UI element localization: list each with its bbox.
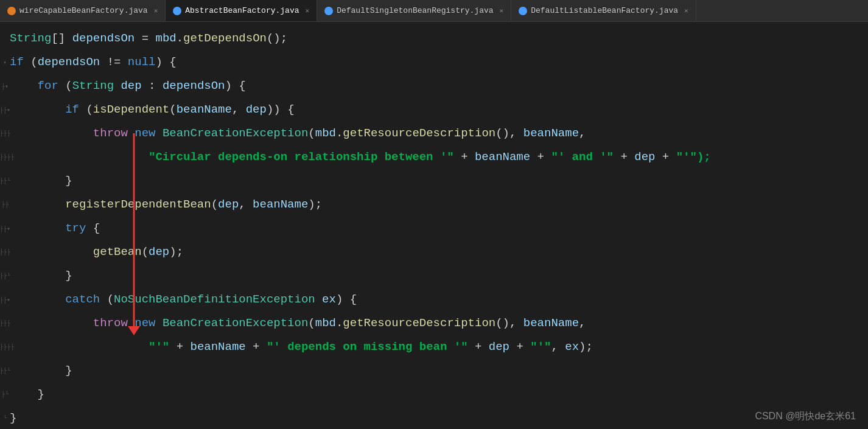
- code-line-6: ├├├├├ "Circular depends-on relationship …: [0, 145, 868, 169]
- tab-close-2[interactable]: ✕: [306, 7, 310, 15]
- code-line-5: ├├├ throw new BeanCreationException(mbd.…: [0, 122, 868, 145]
- code-area: String[] dependsOn = mbd.getDependsOn();…: [0, 22, 868, 429]
- code-text-6: "Circular depends-on relationship betwee…: [10, 145, 711, 169]
- fold-arrow-10: ├├├: [0, 248, 10, 257]
- code-line-12: ├├▾ catch (NoSuchBeanDefinitionException…: [0, 288, 868, 312]
- tab-icon-3: [324, 7, 333, 15]
- code-text-15: }: [10, 359, 72, 383]
- code-line-9: ├├▾ try {: [0, 217, 868, 240]
- tab-close-1[interactable]: ✕: [154, 7, 158, 15]
- code-line-11: ├├└ }: [0, 264, 868, 288]
- fold-arrow-11: ├├└: [0, 271, 10, 281]
- code-line-15: ├├└ }: [0, 359, 868, 383]
- code-text-16: }: [10, 383, 44, 406]
- gutter-7: ├├└: [0, 169, 10, 193]
- gutter-3: ├▾: [0, 74, 10, 98]
- fold-arrow-8: ├├: [0, 200, 10, 210]
- code-text-2: if (dependsOn != null) {: [10, 51, 177, 74]
- tab-defaultListable[interactable]: DefaultListableBeanFactory.java ✕: [511, 0, 696, 21]
- fold-arrow-14: ├├├├├: [0, 343, 10, 352]
- tab-icon-4: [519, 7, 527, 15]
- gutter-6: ├├├├├: [0, 145, 10, 169]
- gutter-10: ├├├: [0, 240, 10, 264]
- gutter-8: ├├: [0, 193, 10, 217]
- gutter-2: ▾: [0, 51, 10, 74]
- fold-arrow-15: ├├└: [0, 366, 10, 376]
- tab-wireCapable[interactable]: wireCapableBeanFactory.java ✕: [0, 0, 166, 21]
- code-line-13: ├├├ throw new BeanCreationException(mbd.…: [0, 312, 868, 335]
- fold-arrow-9: ├├▾: [0, 224, 10, 234]
- gutter-5: ├├├: [0, 122, 10, 145]
- gutter-13: ├├├: [0, 312, 10, 335]
- code-text-10: getBean(dep);: [10, 240, 183, 264]
- gutter-12: ├├▾: [0, 288, 10, 312]
- code-text-3: for (String dep : dependsOn) {: [10, 74, 246, 98]
- code-text-8: registerDependentBean(dep, beanName);: [10, 193, 322, 217]
- code-text-17: }: [10, 406, 16, 429]
- code-line-14: ├├├├├ "'" + beanName + "' depends on mis…: [0, 335, 868, 359]
- gutter-1: [0, 27, 10, 51]
- code-line-16: ├└ }: [0, 383, 868, 406]
- code-line-1: String[] dependsOn = mbd.getDependsOn();: [0, 27, 868, 51]
- tab-label-3: DefaultSingletonBeanRegistry.java: [337, 6, 493, 15]
- watermark: CSDN @明快de玄米61: [755, 410, 856, 423]
- tab-close-4[interactable]: ✕: [684, 7, 688, 15]
- code-line-10: ├├├ getBean(dep);: [0, 240, 868, 264]
- fold-arrow-13: ├├├: [0, 319, 10, 329]
- gutter-9: ├├▾: [0, 217, 10, 240]
- tab-icon-2: [173, 7, 181, 15]
- fold-arrow-6: ├├├├├: [0, 153, 10, 162]
- gutter-16: ├└: [0, 383, 10, 406]
- code-text-14: "'" + beanName + "' depends on missing b…: [10, 335, 593, 359]
- fold-arrow-12: ├├▾: [0, 295, 10, 305]
- code-text-4: if (isDependent(beanName, dep)) {: [10, 98, 295, 122]
- code-line-2: ▾ if (dependsOn != null) {: [0, 51, 868, 74]
- tab-abstractBean[interactable]: AbstractBeanFactory.java ✕: [166, 0, 317, 21]
- code-line-8: ├├ registerDependentBean(dep, beanName);: [0, 193, 868, 217]
- tab-label-2: AbstractBeanFactory.java: [185, 6, 299, 15]
- code-text-9: try {: [10, 217, 100, 240]
- fold-arrow-4: ├├▾: [0, 105, 10, 115]
- code-text-5: throw new BeanCreationException(mbd.getR…: [10, 122, 586, 145]
- code-text-7: }: [10, 169, 72, 193]
- code-line-4: ├├▾ if (isDependent(beanName, dep)) {: [0, 98, 868, 122]
- tab-close-3[interactable]: ✕: [500, 7, 504, 15]
- code-text-11: }: [10, 264, 72, 288]
- code-text-12: catch (NoSuchBeanDefinitionException ex)…: [10, 288, 357, 312]
- fold-arrow-3: ├▾: [0, 82, 10, 91]
- code-line-17: └ }: [0, 406, 868, 429]
- tab-label-1: wireCapableBeanFactory.java: [19, 6, 148, 15]
- fold-arrow-17: └: [0, 414, 10, 424]
- tab-defaultSingleton[interactable]: DefaultSingletonBeanRegistry.java ✕: [317, 0, 511, 21]
- tab-bar: wireCapableBeanFactory.java ✕ AbstractBe…: [0, 0, 868, 22]
- gutter-17: └: [0, 406, 10, 429]
- fold-arrow-7: ├├└: [0, 176, 10, 186]
- code-line-7: ├├└ }: [0, 169, 868, 193]
- fold-arrow-5: ├├├: [0, 129, 10, 139]
- gutter-14: ├├├├├: [0, 335, 10, 359]
- tab-label-4: DefaultListableBeanFactory.java: [531, 6, 678, 15]
- fold-arrow-2: ▾: [0, 58, 10, 68]
- fold-arrow-16: ├└: [0, 390, 10, 400]
- gutter-4: ├├▾: [0, 98, 10, 122]
- gutter-11: ├├└: [0, 264, 10, 288]
- tab-icon-1: [7, 7, 16, 15]
- code-text-1: String[] dependsOn = mbd.getDependsOn();: [10, 27, 287, 51]
- fold-arrow-1: [0, 34, 10, 44]
- code-line-3: ├▾ for (String dep : dependsOn) {: [0, 74, 868, 98]
- code-text-13: throw new BeanCreationException(mbd.getR…: [10, 312, 586, 335]
- gutter-15: ├├└: [0, 359, 10, 383]
